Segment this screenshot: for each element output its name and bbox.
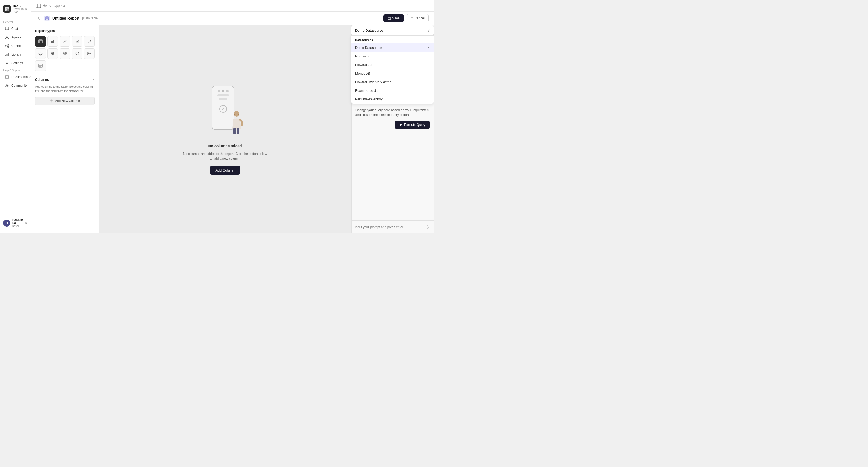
sidebar-item-library[interactable]: Library — [2, 51, 29, 59]
ai-section: Change your query here based on your req… — [351, 104, 434, 220]
svg-rect-34 — [52, 40, 53, 43]
svg-rect-26 — [389, 19, 390, 20]
check-icon: ✓ — [427, 46, 430, 50]
add-column-center-button[interactable]: Add Column — [210, 166, 240, 175]
report-type-line[interactable] — [60, 36, 70, 47]
datasource-option-flowtrail-ai-label: Flowtrail AI — [355, 63, 372, 67]
ai-query-description: Change your query here based on your req… — [355, 108, 430, 117]
sidebar-item-connect[interactable]: Connect — [2, 42, 29, 50]
breadcrumb-ai[interactable]: ai — [63, 4, 65, 7]
documentation-label: Documentation — [11, 75, 33, 79]
save-label: Save — [392, 17, 399, 20]
workspace-logo — [3, 5, 11, 12]
library-label: Library — [11, 53, 21, 56]
datasource-option-demo[interactable]: Demo Datasource ✓ — [351, 43, 434, 52]
svg-rect-28 — [39, 39, 42, 43]
back-button[interactable] — [36, 16, 41, 21]
report-type-label: [Data table] — [82, 17, 98, 20]
datasource-option-flowtrail-inventory[interactable]: Flowtrail inventory demo — [351, 78, 434, 86]
svg-rect-1 — [7, 7, 9, 8]
sidebar-item-settings[interactable]: Settings — [2, 59, 29, 67]
workspace-info: Hashim's workspace Premium Plan — [13, 4, 23, 13]
report-title: Untitled Report — [52, 16, 80, 20]
general-section-label: General — [0, 19, 31, 24]
svg-rect-20 — [36, 4, 40, 7]
report-type-text[interactable] — [35, 60, 46, 71]
svg-point-6 — [7, 44, 8, 46]
svg-point-52 — [88, 53, 89, 53]
datasource-option-ecommerce-label: Ecommerce data — [355, 89, 380, 93]
datasource-menu: Datasources Demo Datasource ✓ Northwind … — [351, 35, 434, 104]
report-type-globe[interactable] — [60, 48, 70, 59]
report-type-area[interactable] — [72, 36, 83, 47]
left-panel: Report types — [31, 25, 99, 233]
report-type-image[interactable] — [84, 48, 95, 59]
svg-point-42 — [90, 41, 91, 42]
user-profile[interactable]: H Hashim Ea hashimea@outlook.com ⇅ — [2, 216, 29, 229]
sidebar-item-agents[interactable]: Agents — [2, 33, 29, 41]
empty-state-description: No columns are added to the report. Clic… — [182, 151, 268, 161]
svg-point-46 — [40, 53, 41, 54]
agents-icon — [5, 35, 9, 39]
svg-rect-27 — [389, 17, 390, 18]
empty-state: ✓ — [176, 78, 274, 181]
sidebar-item-documentation[interactable]: Documentation — [2, 73, 29, 81]
svg-marker-62 — [400, 123, 402, 126]
svg-point-59 — [234, 111, 239, 117]
report-type-donut[interactable] — [35, 48, 46, 59]
topbar: Home › app › ai — [31, 0, 434, 11]
report-icon — [44, 16, 50, 21]
execute-query-button[interactable]: Execute Query — [395, 120, 430, 129]
breadcrumb: Home › app › ai — [43, 4, 65, 7]
report-type-bar[interactable] — [48, 36, 58, 47]
agents-label: Agents — [11, 35, 21, 39]
datasource-dropdown[interactable]: Demo Datasource ∨ — [351, 25, 434, 35]
main-area: Home › app › ai Untitled Report [Data ta… — [31, 0, 434, 233]
ai-prompt-area — [351, 220, 434, 233]
add-column-center-label: Add Column — [215, 168, 235, 172]
svg-rect-33 — [51, 41, 52, 43]
add-new-column-button[interactable]: Add New Column — [35, 97, 95, 105]
report-type-table[interactable] — [35, 36, 46, 47]
documentation-icon — [5, 75, 9, 79]
datasource-option-northwind-label: Northwind — [355, 55, 370, 58]
svg-rect-11 — [7, 54, 7, 56]
datasource-option-flowtrail-inventory-label: Flowtrail inventory demo — [355, 80, 391, 84]
right-panel: Demo Datasource ∨ Datasources Demo Datas… — [351, 25, 434, 233]
datasource-option-northwind[interactable]: Northwind — [351, 52, 434, 61]
sidebar-item-community[interactable]: Community — [2, 82, 29, 90]
report-type-scatter[interactable] — [84, 36, 95, 47]
sidebar: Hashim's workspace Premium Plan ⇅ Genera… — [0, 0, 31, 233]
svg-point-40 — [88, 41, 89, 42]
workspace-header[interactable]: Hashim's workspace Premium Plan ⇅ — [0, 2, 31, 17]
datasource-option-mongodb[interactable]: MongoDB — [351, 69, 434, 78]
datasource-option-ecommerce[interactable]: Ecommerce data — [351, 86, 434, 95]
breadcrumb-home[interactable]: Home — [43, 4, 51, 7]
cancel-button[interactable]: Cancel — [407, 14, 429, 22]
save-button[interactable]: Save — [383, 14, 404, 22]
connect-label: Connect — [11, 44, 23, 48]
svg-line-9 — [6, 46, 7, 47]
breadcrumb-app[interactable]: app — [55, 4, 60, 7]
help-section-label: Help & Support — [0, 67, 31, 73]
svg-point-43 — [90, 40, 91, 40]
report-type-pie[interactable] — [48, 48, 58, 59]
svg-rect-0 — [5, 7, 7, 8]
workspace-plan: Premium Plan — [13, 7, 23, 13]
chat-label: Chat — [11, 27, 18, 31]
datasource-chevron-icon: ∨ — [427, 28, 430, 32]
user-email: hashimea@outlook.com — [12, 225, 23, 228]
sidebar-item-chat[interactable]: Chat — [2, 25, 29, 33]
svg-line-8 — [6, 45, 7, 46]
columns-toggle-button[interactable]: ∧ — [92, 78, 95, 82]
report-type-hexagon[interactable] — [72, 48, 83, 59]
prompt-send-button[interactable] — [424, 224, 430, 230]
datasource-option-flowtrail-ai[interactable]: Flowtrail AI — [351, 61, 434, 69]
svg-point-4 — [6, 36, 8, 37]
svg-rect-2 — [5, 9, 7, 11]
datasource-option-perfume[interactable]: Perfume-Inventory — [351, 95, 434, 104]
datasource-selected-label: Demo Datasource — [355, 28, 383, 32]
prompt-input[interactable] — [355, 225, 422, 229]
sidebar-toggle-button[interactable] — [35, 3, 41, 8]
columns-header: Columns ∧ — [35, 78, 95, 82]
